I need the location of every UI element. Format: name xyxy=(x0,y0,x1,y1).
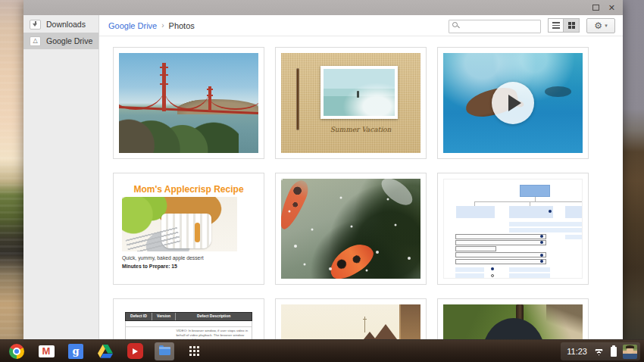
sidebar: Downloads △ Google Drive xyxy=(23,15,99,339)
recipe-detail: Minutes to Prepare: 15 xyxy=(122,264,177,269)
table-row: VIDEO: In browser window, if user stops … xyxy=(125,327,252,339)
sea-lion-video xyxy=(443,53,583,153)
sidebar-item-label: Google Drive xyxy=(46,36,92,45)
search-input[interactable] xyxy=(449,20,541,33)
google-search-icon: g xyxy=(68,344,83,359)
download-icon xyxy=(30,20,41,30)
gmail-icon: M xyxy=(39,345,55,357)
grid-tile-summer-vacation[interactable]: Summer Vacation xyxy=(275,47,427,159)
koi-pond-photo xyxy=(281,179,420,279)
apps-launcher-button[interactable] xyxy=(184,342,204,360)
sidebar-item-downloads[interactable]: Downloads xyxy=(23,16,98,33)
table-header: Version xyxy=(152,313,177,320)
maximize-button[interactable] xyxy=(592,5,599,11)
search-icon xyxy=(452,22,458,27)
grid-tile-koi-pond[interactable] xyxy=(275,173,427,285)
table-header: Defect Description xyxy=(176,313,252,320)
recipe-title: Mom's Applecrisp Recipe xyxy=(119,184,258,195)
list-view-button[interactable] xyxy=(548,18,564,33)
chrome-app-button[interactable] xyxy=(7,342,27,360)
photo-grid: Summer Vacation xyxy=(99,36,623,339)
breadcrumb-separator-icon: › xyxy=(161,21,164,30)
search-box xyxy=(449,19,541,33)
toolbar: Google Drive › Photos xyxy=(99,15,623,36)
grid-tile-golden-gate[interactable] xyxy=(113,47,264,159)
album-binding xyxy=(296,68,299,130)
grid-tile-org-chart[interactable] xyxy=(437,173,589,285)
recipe-subtitle: Quick, yummy, baked apple dessert xyxy=(122,255,204,261)
grid-view-button[interactable] xyxy=(564,18,580,33)
window-titlebar: ✕ xyxy=(23,0,623,15)
recipe-photo xyxy=(122,197,237,251)
avatar xyxy=(623,345,637,359)
table-cell-text: VIDEO: In browser window, if user stops … xyxy=(176,329,250,339)
files-folder-icon xyxy=(159,347,170,355)
google-drive-icon xyxy=(98,345,113,358)
youtube-app-button[interactable] xyxy=(125,342,145,360)
close-button[interactable]: ✕ xyxy=(608,4,615,12)
google-drive-app-button[interactable] xyxy=(95,342,115,360)
grid-view-icon xyxy=(568,22,575,29)
gear-icon: ⚙ xyxy=(594,21,602,30)
victorian-houses-photo xyxy=(281,304,420,339)
apps-grid-icon xyxy=(189,346,199,356)
grid-tile-sea-lion-video[interactable] xyxy=(437,47,589,159)
settings-button[interactable]: ⚙ ▾ xyxy=(586,18,615,33)
desktop: ✕ Downloads △ Google Drive Google Drive … xyxy=(0,0,644,362)
breadcrumb-root-link[interactable]: Google Drive xyxy=(108,21,157,30)
wifi-icon xyxy=(593,348,605,356)
files-app-window: ✕ Downloads △ Google Drive Google Drive … xyxy=(23,0,623,339)
drive-icon: △ xyxy=(30,36,41,46)
table-header: Defect ID xyxy=(126,313,152,320)
youtube-icon xyxy=(127,343,143,359)
defect-table-doc: Defect ID Version Defect Description VID… xyxy=(119,304,258,339)
taskbar: M g 11:23 xyxy=(0,339,644,362)
grid-tile-park[interactable] xyxy=(437,298,589,339)
grid-tile-defect-table[interactable]: Defect ID Version Defect Description VID… xyxy=(113,298,264,339)
wallpaper-left xyxy=(0,0,23,362)
chevron-down-icon: ▾ xyxy=(605,23,608,29)
gmail-app-button[interactable]: M xyxy=(36,342,56,360)
google-search-app-button[interactable]: g xyxy=(66,342,86,360)
grid-tile-houses[interactable] xyxy=(275,298,427,339)
play-button-overlay[interactable] xyxy=(492,82,534,124)
park-lawn-photo xyxy=(443,304,583,339)
system-tray[interactable]: 11:23 xyxy=(561,342,640,360)
album-cover-photo xyxy=(320,66,398,119)
album-caption: Summer Vacation xyxy=(304,126,417,133)
grid-tile-recipe-doc[interactable]: Mom's Applecrisp Recipe Quick, yummy, ba… xyxy=(113,173,264,285)
summer-vacation-album: Summer Vacation xyxy=(281,53,420,153)
wallpaper-right xyxy=(623,0,644,362)
sidebar-item-label: Downloads xyxy=(46,20,86,29)
files-app-button[interactable] xyxy=(155,342,174,360)
breadcrumb-current: Photos xyxy=(169,21,195,30)
battery-icon xyxy=(611,347,617,357)
golden-gate-bridge-photo xyxy=(119,53,258,153)
taskbar-apps: M g xyxy=(0,342,204,360)
breadcrumb: Google Drive › Photos xyxy=(108,21,195,30)
list-view-icon xyxy=(552,22,560,29)
table-header-row: Defect ID Version Defect Description xyxy=(125,312,252,321)
clock: 11:23 xyxy=(567,347,587,356)
table-row xyxy=(125,321,252,327)
applecrisp-recipe-doc: Mom's Applecrisp Recipe Quick, yummy, ba… xyxy=(119,179,258,279)
sidebar-item-google-drive[interactable]: △ Google Drive xyxy=(23,33,98,49)
chrome-icon xyxy=(9,344,24,359)
org-chart-doc xyxy=(443,179,583,279)
view-toggle xyxy=(548,18,580,33)
